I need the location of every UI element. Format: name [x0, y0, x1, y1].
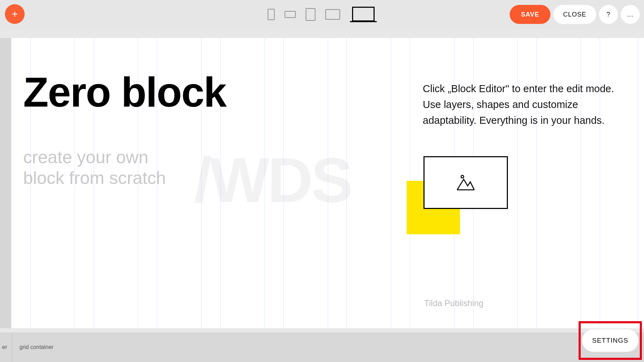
- credit-text[interactable]: Tilda Publishing: [424, 298, 484, 308]
- desktop-icon: [352, 7, 375, 21]
- svg-point-2: [461, 175, 464, 178]
- hero-subtitle-line1: create your own: [23, 147, 148, 167]
- breadcrumb-grid-container[interactable]: grid container: [12, 344, 60, 350]
- hero-subtitle[interactable]: create your own block from scratch: [23, 147, 166, 189]
- save-button[interactable]: SAVE: [510, 5, 550, 24]
- breadcrumb-fragment[interactable]: er: [0, 332, 12, 362]
- close-button[interactable]: CLOSE: [553, 5, 596, 24]
- toolbar-right-group: SAVE CLOSE ? ...: [510, 5, 640, 24]
- help-button[interactable]: ?: [599, 5, 618, 24]
- phone-landscape-icon: [285, 11, 296, 18]
- device-phone-landscape[interactable]: [285, 11, 296, 18]
- plus-icon: [11, 10, 19, 18]
- hero-subtitle-line2: block from scratch: [23, 168, 166, 188]
- tablet-landscape-icon: [325, 9, 340, 20]
- bottom-breadcrumb-bar: er grid container: [0, 332, 644, 362]
- description-text[interactable]: Click „Block Editor" to enter the edit m…: [423, 81, 620, 128]
- tablet-portrait-icon: [306, 8, 315, 21]
- settings-annotation-box: SETTINGS: [579, 321, 642, 360]
- editor-canvas: /WDS Zero block create your own block fr…: [0, 29, 644, 362]
- image-placeholder[interactable]: [423, 156, 508, 209]
- image-placeholder-icon: [455, 172, 476, 193]
- more-button[interactable]: ...: [621, 5, 640, 24]
- watermark-text: /WDS: [194, 144, 351, 216]
- device-preview-switcher: [268, 0, 377, 29]
- device-tablet-landscape[interactable]: [325, 9, 340, 20]
- page-shadow: [0, 38, 11, 328]
- page-block[interactable]: /WDS Zero block create your own block fr…: [11, 38, 644, 328]
- add-button[interactable]: [5, 4, 25, 24]
- device-desktop[interactable]: [350, 7, 377, 22]
- settings-button[interactable]: SETTINGS: [582, 329, 638, 352]
- hero-title[interactable]: Zero block: [23, 71, 226, 113]
- device-phone-portrait[interactable]: [268, 9, 275, 20]
- device-tablet-portrait[interactable]: [306, 8, 315, 21]
- phone-icon: [268, 9, 275, 20]
- top-toolbar: SAVE CLOSE ? ...: [0, 0, 644, 29]
